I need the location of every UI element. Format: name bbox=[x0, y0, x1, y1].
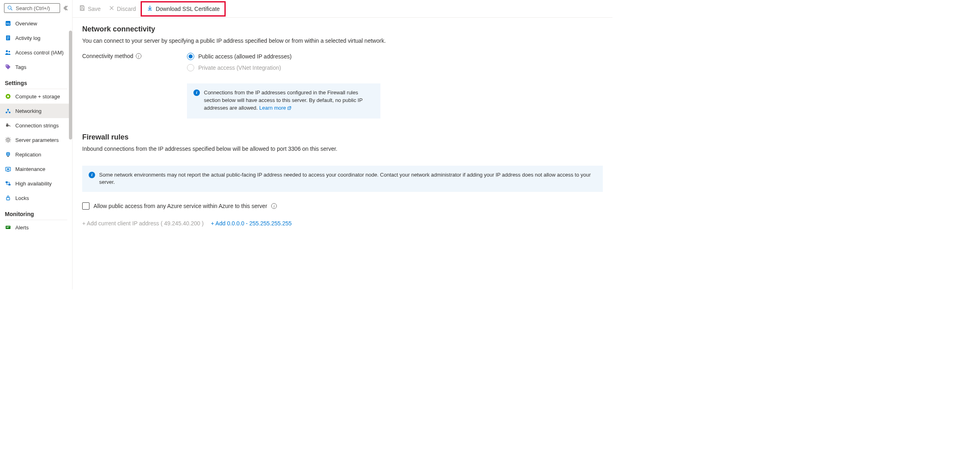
sidebar-item-access-control[interactable]: Access control (IAM) bbox=[0, 45, 72, 60]
save-button[interactable]: Save bbox=[76, 2, 104, 15]
sidebar-item-label: Alerts bbox=[15, 225, 29, 231]
svg-rect-39 bbox=[81, 6, 83, 7]
sidebar-group-settings: Settings bbox=[0, 74, 72, 88]
svg-rect-31 bbox=[7, 169, 9, 170]
maintenance-icon bbox=[5, 166, 11, 172]
sidebar-item-label: Maintenance bbox=[15, 166, 45, 172]
checkbox-label: Allow public access from any Azure servi… bbox=[93, 203, 267, 209]
svg-point-10 bbox=[6, 65, 7, 66]
field-label-text: Connectivity method bbox=[82, 53, 133, 59]
sidebar-item-compute-storage[interactable]: Compute + storage bbox=[0, 89, 72, 104]
search-icon bbox=[7, 5, 13, 11]
sidebar-item-replication[interactable]: Replication bbox=[0, 147, 72, 162]
mysql-icon: My bbox=[5, 20, 11, 27]
tag-icon bbox=[5, 64, 11, 70]
info-icon: i bbox=[193, 89, 200, 96]
network-connectivity-desc: You can connect to your server by specif… bbox=[82, 37, 603, 44]
main-panel: Save Discard Download SSL Certificate Ne… bbox=[73, 0, 612, 289]
info-icon[interactable]: i bbox=[271, 203, 277, 209]
allow-azure-checkbox-row[interactable]: Allow public access from any Azure servi… bbox=[82, 202, 603, 210]
sidebar-item-label: Replication bbox=[15, 152, 41, 158]
sidebar-item-alerts[interactable]: Alerts bbox=[0, 220, 72, 235]
sidebar-item-label: Access control (IAM) bbox=[15, 50, 64, 56]
compute-icon bbox=[5, 93, 11, 100]
radio-disabled-icon bbox=[187, 64, 194, 71]
svg-text:My: My bbox=[6, 22, 10, 25]
info-icon[interactable]: i bbox=[136, 53, 141, 59]
sidebar-item-label: Compute + storage bbox=[15, 94, 60, 100]
download-label: Download SSL Certificate bbox=[156, 6, 220, 12]
svg-rect-37 bbox=[6, 227, 10, 227]
network-connectivity-title: Network connectivity bbox=[82, 25, 603, 33]
radio-label: Private access (VNet Integration) bbox=[198, 65, 281, 71]
info-box-firewall-access: i Connections from the IP addresses conf… bbox=[187, 83, 380, 119]
sidebar-item-maintenance[interactable]: Maintenance bbox=[0, 162, 72, 176]
sidebar-nav: My Overview Activity log Access control … bbox=[0, 16, 72, 289]
discard-button[interactable]: Discard bbox=[106, 2, 139, 15]
discard-label: Discard bbox=[117, 6, 136, 12]
collapse-sidebar-button[interactable] bbox=[62, 5, 69, 11]
gear-icon bbox=[5, 137, 11, 143]
svg-rect-29 bbox=[7, 156, 9, 157]
radio-private-access: Private access (VNet Integration) bbox=[187, 64, 292, 71]
radio-label: Public access (allowed IP addresses) bbox=[198, 53, 292, 60]
people-icon bbox=[5, 49, 11, 56]
external-link-icon bbox=[287, 105, 292, 113]
add-ip-range-button[interactable]: + Add 0.0.0.0 - 255.255.255.255 bbox=[211, 220, 291, 227]
svg-point-0 bbox=[8, 6, 11, 9]
learn-more-link[interactable]: Learn more bbox=[259, 105, 291, 111]
download-icon bbox=[147, 5, 153, 12]
connectivity-radio-group: Public access (allowed IP addresses) Pri… bbox=[187, 53, 292, 71]
sidebar-item-high-availability[interactable]: High availability bbox=[0, 176, 72, 191]
globe-icon bbox=[5, 151, 11, 158]
search-row bbox=[0, 0, 72, 16]
svg-point-8 bbox=[6, 50, 8, 52]
sidebar-item-label: Locks bbox=[15, 195, 29, 201]
network-icon bbox=[5, 108, 11, 114]
log-icon bbox=[5, 35, 11, 41]
sidebar-item-connection-strings[interactable]: Connection strings bbox=[0, 118, 72, 133]
svg-rect-40 bbox=[81, 8, 83, 10]
link-label: Learn more bbox=[259, 105, 286, 111]
add-client-ip-button[interactable]: + Add current client IP address ( 49.245… bbox=[82, 220, 203, 227]
firewall-rules-title: Firewall rules bbox=[82, 133, 603, 142]
scrollbar-thumb[interactable] bbox=[69, 31, 72, 139]
content-area: Network connectivity You can connect to … bbox=[73, 18, 612, 289]
sidebar-item-label: Activity log bbox=[15, 35, 40, 41]
sidebar-item-activity-log[interactable]: Activity log bbox=[0, 31, 72, 45]
checkbox-unchecked-icon bbox=[82, 202, 89, 210]
radio-public-access[interactable]: Public access (allowed IP addresses) bbox=[187, 53, 292, 60]
save-icon bbox=[79, 5, 85, 12]
highlight-frame: Download SSL Certificate bbox=[141, 1, 226, 17]
svg-rect-34 bbox=[8, 184, 10, 185]
svg-line-27 bbox=[10, 138, 10, 139]
save-label: Save bbox=[88, 6, 101, 12]
svg-line-1 bbox=[11, 9, 12, 10]
sidebar-item-networking[interactable]: Networking bbox=[0, 104, 72, 118]
search-input[interactable] bbox=[16, 5, 57, 11]
svg-rect-35 bbox=[6, 198, 10, 200]
sidebar-item-label: Tags bbox=[15, 64, 26, 70]
svg-rect-16 bbox=[6, 125, 8, 127]
sidebar-item-tags[interactable]: Tags bbox=[0, 60, 72, 74]
svg-point-12 bbox=[7, 96, 9, 98]
plug-icon bbox=[5, 122, 11, 129]
search-box[interactable] bbox=[4, 3, 60, 13]
svg-point-13 bbox=[7, 109, 9, 110]
svg-line-24 bbox=[6, 138, 7, 139]
sidebar-item-overview[interactable]: My Overview bbox=[0, 16, 72, 31]
sidebar-group-monitoring: Monitoring bbox=[0, 205, 72, 219]
svg-point-9 bbox=[8, 51, 10, 52]
ha-icon bbox=[5, 180, 11, 187]
firewall-rules-desc: Inbound connections from the IP addresse… bbox=[82, 146, 603, 152]
svg-rect-38 bbox=[6, 227, 8, 228]
sidebar-item-locks[interactable]: Locks bbox=[0, 191, 72, 205]
sidebar-item-server-parameters[interactable]: Server parameters bbox=[0, 133, 72, 147]
info-icon: i bbox=[89, 172, 95, 178]
info-text: Connections from the IP addresses config… bbox=[204, 89, 374, 113]
info-box-network-env: i Some network environments may not repo… bbox=[82, 166, 603, 192]
connectivity-method-label: Connectivity method i bbox=[82, 53, 187, 59]
download-ssl-button[interactable]: Download SSL Certificate bbox=[143, 2, 223, 15]
close-icon bbox=[109, 5, 114, 12]
alert-icon bbox=[5, 224, 11, 231]
